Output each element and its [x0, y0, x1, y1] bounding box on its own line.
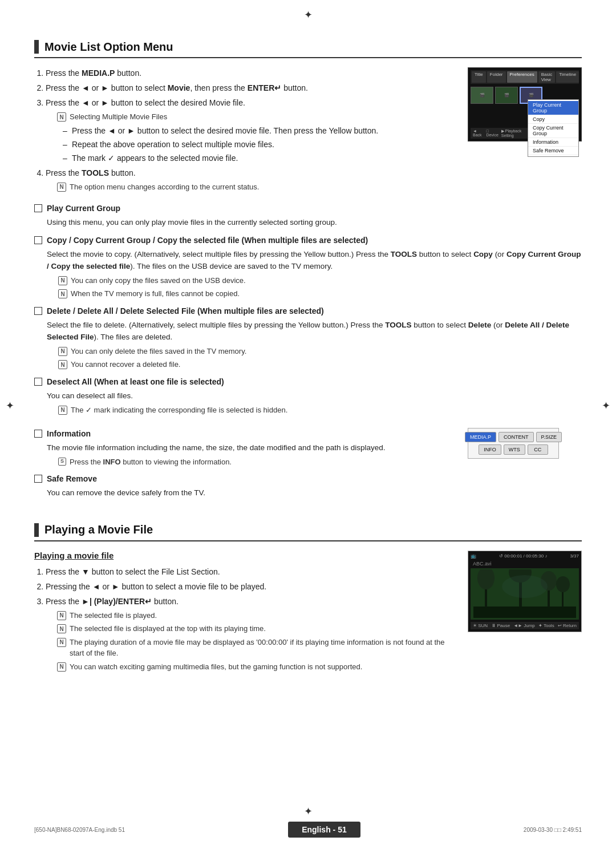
delete-note-1: N You can only delete the files saved in… [58, 346, 582, 357]
info-note-icon: S [58, 458, 66, 466]
footer-page-text: English - 51 [302, 825, 347, 834]
footer-left: [650-NA]BN68-02097A-Eng.indb 51 [34, 827, 125, 833]
step4-bold: TOOLS [82, 168, 109, 177]
delete-note-icon-2: N [58, 360, 67, 369]
step-2: Press the ◄ or ► button to select Movie,… [46, 82, 456, 94]
ctrl-return: ↩ Return [558, 623, 577, 628]
playing-sub-heading: Playing a movie file [34, 551, 456, 560]
ctrl-pause: ⏸ Pause [491, 623, 510, 628]
copy-note-2-text: When the TV memory is full, files cannot… [71, 288, 240, 300]
movie-list-content: Press the MEDIA.P button. Press the ◄ or… [34, 67, 582, 197]
context-menu: Play Current Group Copy Copy Current Gro… [528, 99, 579, 157]
compass-left-icon: ✦ [6, 399, 14, 412]
info-note-text: Press the INFO button to viewing the inf… [70, 456, 232, 468]
thumb-2: 🎬 [495, 87, 518, 104]
step-1: Press the MEDIA.P button. [46, 67, 456, 79]
play-step-2: Pressing the ◄ or ► button to select a m… [46, 581, 456, 593]
deselect-note-text: The ✓ mark indicating the corresponding … [71, 405, 287, 416]
step3-note-text: Selecting Multiple Movie Files [70, 111, 167, 123]
deselect-note-1: N The ✓ mark indicating the correspondin… [58, 405, 582, 416]
subsection-information: Information The movie file information i… [34, 429, 456, 467]
information-col: Information The movie file information i… [34, 422, 456, 506]
delete-note-1-text: You can only delete the files saved in t… [71, 346, 246, 357]
compass-bottom-icon: ✦ [304, 805, 313, 818]
remote-wts-btn: WTS [504, 444, 525, 455]
subsection-deselect: Deselect All (When at least one file is … [34, 377, 582, 415]
info-note: S Press the INFO button to viewing the i… [58, 456, 456, 468]
player-controls: ☀ SUN ⏸ Pause ◄► Jump ✦ Tools ↩ Return [471, 622, 579, 629]
menu-copy-current: Copy Current Group [528, 124, 578, 138]
copy-title-text: Copy / Copy Current Group / Copy the sel… [47, 236, 368, 245]
subsection-deselect-title: Deselect All (When at least one file is … [34, 377, 582, 386]
delete-note-2: N You cannot recover a deleted file. [58, 359, 582, 370]
play-note-4-text: You can watch exciting gaming multimedia… [70, 661, 362, 673]
svg-point-10 [502, 575, 548, 598]
play-note-icon-3: N [57, 638, 66, 647]
step2-bold1: Movie [168, 83, 191, 92]
remote-mockup: MEDIA.P CONTENT P.SIZE INFO WTS CC [468, 428, 559, 459]
subsection-delete: Delete / Delete All / Delete Selected Fi… [34, 306, 582, 370]
mockup-tabs: Title Folder Preferences Basic View Time… [471, 70, 579, 84]
play-note-icon-1: N [57, 611, 66, 620]
movie-list-mockup-screen: Title Folder Preferences Basic View Time… [468, 67, 582, 142]
checkmark-icon: ✓ [108, 153, 115, 163]
menu-safe-remove: Safe Remove [528, 147, 578, 155]
tab-basic: Basic View [538, 71, 556, 83]
step3-bullet-3: The mark ✓ appears to the selected movie… [63, 152, 456, 164]
checkbox-icon-copy [34, 236, 42, 244]
subsection-copy: Copy / Copy Current Group / Copy the sel… [34, 236, 582, 300]
delete-body: Select the file to delete. (Alternativel… [47, 319, 582, 370]
tab-title: Title [472, 71, 486, 83]
status-device: □ Device [486, 129, 501, 138]
play-step-3: Press the ►| (Play)/ENTER↵ button. N The… [46, 596, 456, 673]
play-note-2-text: The selected file is displayed at the to… [70, 623, 266, 634]
note-icon-4: N [57, 183, 66, 192]
delete-note-2-text: You cannot recover a deleted file. [71, 359, 181, 370]
movie-list-screenshot: Title Folder Preferences Basic View Time… [468, 67, 582, 197]
menu-information: Information [528, 138, 578, 147]
player-visual [473, 569, 576, 618]
player-mockup: 📺 ↺ 00:00:01 / 00:05:30 ♪ 3/37 ABC.avi [468, 551, 582, 632]
play-current-body: Using this menu, you can only play movie… [47, 216, 582, 229]
remote-cc-btn: CC [528, 444, 548, 455]
delete-bold2: Delete [468, 321, 492, 329]
remote-bottom-row: INFO WTS CC [479, 444, 548, 455]
step-4: Press the TOOLS button. N The option men… [46, 167, 456, 193]
step1-bold: MEDIA.P [82, 68, 115, 78]
player-screen [471, 568, 579, 620]
play-current-title-text: Play Current Group [47, 204, 120, 213]
checkbox-icon-deselect [34, 378, 42, 386]
copy-note-1: N You can only copy the files saved on t… [58, 275, 582, 286]
step3-note: N Selecting Multiple Movie Files [57, 111, 456, 123]
step4-note: N The option menu changes according to t… [57, 181, 456, 193]
subsection-safe-title: Safe Remove [34, 474, 456, 483]
info-bold: INFO [103, 458, 121, 466]
play-note-1-text: The selected file is played. [70, 610, 157, 621]
subsection-copy-title: Copy / Copy Current Group / Copy the sel… [34, 236, 582, 245]
copy-bold2: Copy [473, 250, 493, 258]
remote-info-btn: INFO [479, 444, 501, 455]
menu-copy: Copy [528, 115, 578, 124]
play-step3-bold: ►| (Play)/ENTER↵ [82, 597, 152, 606]
checkbox-icon-play [34, 204, 42, 212]
checkbox-icon-safe [34, 475, 42, 483]
info-body: The movie file information including the… [47, 442, 456, 467]
section-title-playing: Playing a Movie File [44, 523, 153, 536]
delete-note-icon-1: N [58, 347, 67, 356]
delete-title-text: Delete / Delete All / Delete Selected Fi… [47, 306, 324, 316]
player-icon: 📺 [471, 553, 476, 559]
step4-note-text: The option menu changes according to the… [70, 181, 259, 193]
footer-right: 2009-03-30 □□ 2:49:51 [524, 827, 582, 833]
player-mockup-container: 📺 ↺ 00:00:01 / 00:05:30 ♪ 3/37 ABC.avi [468, 551, 582, 677]
subsection-play-current: Play Current Group Using this menu, you … [34, 204, 582, 229]
playing-text: Playing a movie file Press the ▼ button … [34, 551, 456, 677]
copy-bold3: Copy Current Group / Copy the selected f… [47, 250, 581, 271]
play-note-icon-2: N [57, 624, 66, 633]
copy-note-2: N When the TV memory is full, files cann… [58, 288, 582, 300]
tab-timeline: Timeline [556, 71, 579, 83]
safe-title-text: Safe Remove [47, 474, 97, 483]
play-note-2: N The selected file is displayed at the … [57, 623, 456, 634]
step-3: Press the ◄ or ► button to select the de… [46, 97, 456, 164]
section-bar-icon [34, 40, 39, 54]
remote-mockup-container: MEDIA.P CONTENT P.SIZE INFO WTS CC [468, 428, 582, 459]
